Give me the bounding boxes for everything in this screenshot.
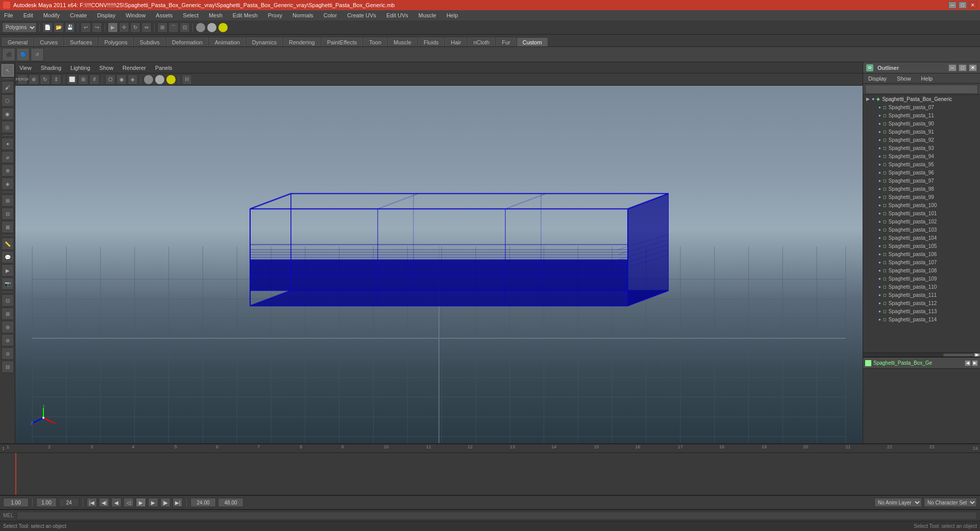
deform-tool[interactable]: ◎ [2,121,14,133]
current-time-input[interactable] [3,498,29,507]
bottom-panel-scroll-right[interactable]: ▶ [972,360,978,366]
relax-uvs-tool[interactable]: ⊛ [2,321,14,333]
tab-polygons[interactable]: Polygons [99,38,133,46]
snap-curve-icon[interactable]: ⌒ [168,22,179,33]
shelf-icon-2[interactable]: 🔵 [16,48,30,61]
move-tool-icon[interactable]: ✛ [119,22,129,33]
hud-icon[interactable]: ℍ [182,74,192,85]
tab-fluids[interactable]: Fluids [418,38,444,46]
undo-icon[interactable]: ↩ [81,22,91,33]
bottom-panel-scroll-left[interactable]: ◀ [965,360,971,366]
character-set-select[interactable]: No Character Set [924,498,977,507]
new-file-icon[interactable]: 📄 [42,22,53,33]
render-icon[interactable] [195,22,206,33]
annotation-tool[interactable]: 💬 [2,251,14,263]
menu-edit-uvs[interactable]: Edit UVs [384,11,410,19]
outliner-search-input[interactable] [865,85,978,94]
menu-select[interactable]: Select [181,11,201,19]
tab-fur[interactable]: Fur [496,38,516,46]
snap-align-tool[interactable]: ⊠ [2,221,14,233]
outliner-item-19[interactable]: ● ◻ Spaghetti_pasta_107 [863,258,980,266]
jump-start-button[interactable]: |◀ [87,498,97,507]
menu-modify[interactable]: Modify [41,11,62,19]
anim-layer-select[interactable]: No Anim Layer [874,498,922,507]
universal-manipulator-tool[interactable]: ⊟ [2,208,14,220]
measure-tool[interactable]: 📏 [2,238,14,250]
create-joint-tool[interactable]: ✦ [2,138,14,150]
outliner-item-3[interactable]: ● ◻ Spaghetti_pasta_91 [863,128,980,136]
outliner-item-24[interactable]: ● ◻ Spaghetti_pasta_112 [863,299,980,307]
outliner-top-item[interactable]: ▶ ● ◈ Spaghetti_Pasta_Box_Generic [863,95,980,103]
outliner-item-0[interactable]: ● ◻ Spaghetti_pasta_07 [863,103,980,111]
outliner-show-menu[interactable]: Show [895,74,913,83]
outliner-item-12[interactable]: ● ◻ Spaghetti_pasta_100 [863,201,980,209]
outliner-item-16[interactable]: ● ◻ Spaghetti_pasta_104 [863,234,980,242]
outliner-help-menu[interactable]: Help [919,74,935,83]
tab-hair[interactable]: Hair [445,38,467,46]
outliner-maximize[interactable]: □ [959,64,967,71]
menu-edit-mesh[interactable]: Edit Mesh [231,11,260,19]
title-bar-controls[interactable]: ─ □ ✕ [948,2,977,9]
minimize-button[interactable]: ─ [948,2,957,9]
mel-input[interactable] [17,512,977,520]
camera-tool[interactable]: 📷 [2,277,14,290]
menu-create[interactable]: Create [68,11,89,19]
prev-frame-button[interactable]: ◀ [111,498,121,507]
select-tool[interactable]: ↖ [2,64,14,77]
soft-modify-tool[interactable]: ◉ [2,108,14,120]
menu-window[interactable]: Window [124,11,148,19]
prev-key-button[interactable]: ◀| [99,498,109,507]
tab-subdivs[interactable]: Subdivs [134,38,165,46]
outliner-item-14[interactable]: ● ◻ Spaghetti_pasta_102 [863,217,980,225]
menu-proxy[interactable]: Proxy [266,11,284,19]
scale-tool-icon[interactable]: ⇔ [141,22,152,33]
tab-toon[interactable]: Toon [363,38,387,46]
tab-rendering[interactable]: Rendering [283,38,321,46]
wireframe-icon[interactable]: ⬡ [105,74,115,85]
single-view-icon[interactable]: ⬜ [67,74,77,85]
menu-assets[interactable]: Assets [154,11,175,19]
tab-curves[interactable]: Curves [34,38,63,46]
outliner-item-22[interactable]: ● ◻ Spaghetti_pasta_110 [863,283,980,291]
anim-range-end[interactable] [218,498,243,507]
timeline-ruler[interactable]: 1 1 2 3 4 5 6 7 8 9 10 11 12 13 14 [0,444,980,453]
outliner-item-13[interactable]: ● ◻ Spaghetti_pasta_101 [863,209,980,217]
timeline-tracks[interactable] [0,453,980,495]
smooth-shade-icon[interactable]: ◉ [116,74,127,85]
tab-dynamics[interactable]: Dynamics [247,38,282,46]
panels-menu[interactable]: Panels [153,64,175,72]
renderer-menu[interactable]: Renderer [120,64,148,72]
tab-general[interactable]: General [2,38,33,46]
light3-icon[interactable] [166,74,176,85]
render-tool[interactable]: ▶ [2,264,14,276]
menu-edit[interactable]: Edit [21,11,35,19]
rotate-tool-icon[interactable]: ↻ [130,22,140,33]
menu-display[interactable]: Display [95,11,117,19]
outliner-item-15[interactable]: ● ◻ Spaghetti_pasta_103 [863,225,980,234]
next-frame-button[interactable]: ▶ [148,498,158,507]
close-button[interactable]: ✕ [969,2,977,9]
uv-snapshot-tool[interactable]: ⊞ [2,308,14,320]
menu-file[interactable]: File [2,11,15,19]
save-file-icon[interactable]: 💾 [65,22,75,33]
maximize-button[interactable]: □ [959,2,967,9]
mode-select[interactable]: Polygons [2,22,37,33]
outliner-item-6[interactable]: ● ◻ Spaghetti_pasta_94 [863,152,980,160]
tab-muscle[interactable]: Muscle [388,38,417,46]
anim-range-start[interactable] [190,498,216,507]
show-menu[interactable]: Show [97,64,116,72]
menu-mesh[interactable]: Mesh [207,11,225,19]
outliner-item-26[interactable]: ● ◻ Spaghetti_pasta_114 [863,315,980,323]
next-key-button[interactable]: |▶ [160,498,170,507]
outliner-item-4[interactable]: ● ◻ Spaghetti_pasta_92 [863,136,980,144]
jump-end-button[interactable]: ▶| [173,498,183,507]
layout-uvs-tool[interactable]: ⊜ [2,334,14,346]
menu-help[interactable]: Help [445,11,460,19]
select-tool-icon[interactable]: ▶ [108,22,118,33]
viewport[interactable]: X Y Z [15,86,863,443]
uv-tools-2[interactable]: ⊝ [2,347,14,360]
outliner-item-8[interactable]: ● ◻ Spaghetti_pasta_96 [863,168,980,176]
menu-muscle[interactable]: Muscle [416,11,438,19]
outliner-minimize[interactable]: ─ [948,64,957,71]
outliner-item-20[interactable]: ● ◻ Spaghetti_pasta_108 [863,266,980,274]
